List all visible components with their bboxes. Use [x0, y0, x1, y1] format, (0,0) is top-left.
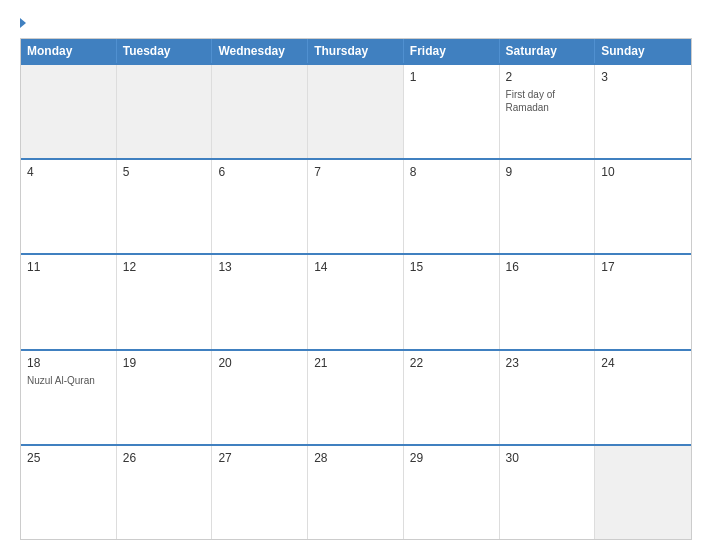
- cal-cell: [117, 65, 213, 158]
- day-number: 10: [601, 165, 685, 179]
- day-number: 5: [123, 165, 206, 179]
- day-number: 20: [218, 356, 301, 370]
- cal-cell: 29: [404, 446, 500, 539]
- cal-cell: 27: [212, 446, 308, 539]
- cal-cell: 21: [308, 351, 404, 444]
- cal-cell: 14: [308, 255, 404, 348]
- cal-cell: 3: [595, 65, 691, 158]
- cal-cell: 16: [500, 255, 596, 348]
- day-number: 21: [314, 356, 397, 370]
- logo-triangle-icon: [20, 18, 26, 28]
- day-number: 4: [27, 165, 110, 179]
- day-number: 15: [410, 260, 493, 274]
- day-number: 16: [506, 260, 589, 274]
- calendar-grid: MondayTuesdayWednesdayThursdayFridaySatu…: [20, 38, 692, 540]
- page-header: [20, 18, 692, 28]
- event-label: First day of Ramadan: [506, 88, 589, 114]
- day-number: 13: [218, 260, 301, 274]
- day-number: 25: [27, 451, 110, 465]
- day-number: 27: [218, 451, 301, 465]
- cal-cell: [212, 65, 308, 158]
- day-number: 22: [410, 356, 493, 370]
- cal-cell: 10: [595, 160, 691, 253]
- cal-cell: 20: [212, 351, 308, 444]
- day-number: 6: [218, 165, 301, 179]
- cal-cell: 22: [404, 351, 500, 444]
- header-cell-wednesday: Wednesday: [212, 39, 308, 63]
- day-number: 19: [123, 356, 206, 370]
- calendar-header-row: MondayTuesdayWednesdayThursdayFridaySatu…: [21, 39, 691, 63]
- day-number: 3: [601, 70, 685, 84]
- header-cell-tuesday: Tuesday: [117, 39, 213, 63]
- cal-cell: [308, 65, 404, 158]
- day-number: 12: [123, 260, 206, 274]
- cal-cell: 28: [308, 446, 404, 539]
- week-row-5: 252627282930: [21, 444, 691, 539]
- cal-cell: 17: [595, 255, 691, 348]
- cal-cell: 30: [500, 446, 596, 539]
- header-cell-sunday: Sunday: [595, 39, 691, 63]
- cal-cell: 11: [21, 255, 117, 348]
- day-number: 24: [601, 356, 685, 370]
- cal-cell: 9: [500, 160, 596, 253]
- logo: [20, 18, 28, 28]
- week-row-3: 11121314151617: [21, 253, 691, 348]
- calendar-body: 12First day of Ramadan345678910111213141…: [21, 63, 691, 539]
- cal-cell: 26: [117, 446, 213, 539]
- day-number: 9: [506, 165, 589, 179]
- day-number: 7: [314, 165, 397, 179]
- cal-cell: 24: [595, 351, 691, 444]
- cal-cell: 6: [212, 160, 308, 253]
- event-label: Nuzul Al-Quran: [27, 374, 110, 387]
- week-row-1: 12First day of Ramadan3: [21, 63, 691, 158]
- day-number: 30: [506, 451, 589, 465]
- cal-cell: 1: [404, 65, 500, 158]
- day-number: 11: [27, 260, 110, 274]
- day-number: 8: [410, 165, 493, 179]
- day-number: 28: [314, 451, 397, 465]
- day-number: 29: [410, 451, 493, 465]
- day-number: 1: [410, 70, 493, 84]
- cal-cell: 23: [500, 351, 596, 444]
- cal-cell: [595, 446, 691, 539]
- week-row-2: 45678910: [21, 158, 691, 253]
- header-cell-monday: Monday: [21, 39, 117, 63]
- cal-cell: 12: [117, 255, 213, 348]
- cal-cell: [21, 65, 117, 158]
- day-number: 26: [123, 451, 206, 465]
- cal-cell: 25: [21, 446, 117, 539]
- day-number: 14: [314, 260, 397, 274]
- header-cell-thursday: Thursday: [308, 39, 404, 63]
- cal-cell: 13: [212, 255, 308, 348]
- day-number: 2: [506, 70, 589, 84]
- header-cell-friday: Friday: [404, 39, 500, 63]
- cal-cell: 19: [117, 351, 213, 444]
- cal-cell: 2First day of Ramadan: [500, 65, 596, 158]
- cal-cell: 7: [308, 160, 404, 253]
- header-cell-saturday: Saturday: [500, 39, 596, 63]
- cal-cell: 15: [404, 255, 500, 348]
- calendar-page: MondayTuesdayWednesdayThursdayFridaySatu…: [0, 0, 712, 550]
- week-row-4: 18Nuzul Al-Quran192021222324: [21, 349, 691, 444]
- day-number: 23: [506, 356, 589, 370]
- cal-cell: 4: [21, 160, 117, 253]
- cal-cell: 5: [117, 160, 213, 253]
- cal-cell: 8: [404, 160, 500, 253]
- logo-blue-text: [20, 18, 28, 28]
- day-number: 17: [601, 260, 685, 274]
- day-number: 18: [27, 356, 110, 370]
- cal-cell: 18Nuzul Al-Quran: [21, 351, 117, 444]
